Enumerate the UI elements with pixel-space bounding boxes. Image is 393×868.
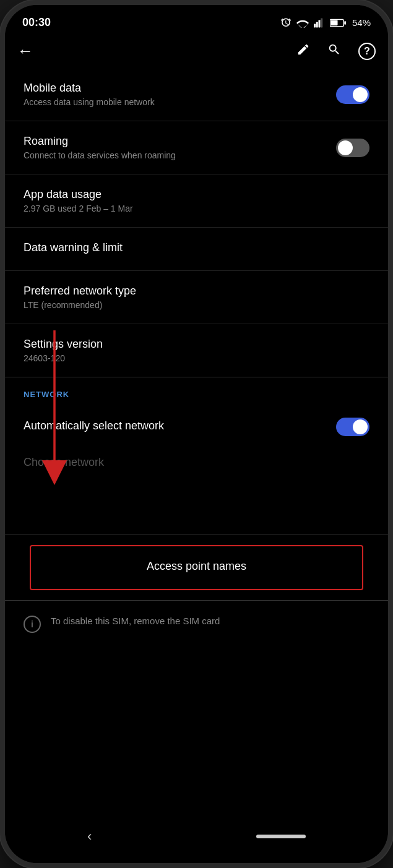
arrow-container — [5, 485, 388, 535]
nav-home-indicator[interactable] — [256, 835, 306, 838]
back-button[interactable]: ← — [17, 41, 33, 61]
app-data-usage-title: App data usage — [24, 188, 369, 201]
nav-bar: ‹ — [5, 819, 388, 863]
roaming-item[interactable]: Roaming Connect to data services when ro… — [5, 121, 388, 174]
access-point-item[interactable]: Access point names — [30, 545, 363, 590]
status-icons: 54% — [280, 17, 371, 28]
info-row: i To disable this SIM, remove the SIM ca… — [5, 601, 388, 647]
svg-rect-2 — [318, 20, 320, 27]
app-data-usage-subtitle: 2.97 GB used 2 Feb – 1 Mar — [24, 204, 369, 213]
wifi-icon — [296, 18, 309, 28]
preferred-network-subtitle: LTE (recommended) — [24, 300, 369, 310]
svg-rect-5 — [344, 21, 346, 25]
arrow-annotation — [36, 324, 85, 497]
edit-button[interactable] — [296, 43, 310, 60]
preferred-network-item[interactable]: Preferred network type LTE (recommended) — [5, 271, 388, 324]
signal-icon — [314, 18, 325, 28]
roaming-subtitle: Connect to data services when roaming — [24, 150, 176, 160]
battery-icon — [330, 18, 346, 28]
access-point-wrapper: Access point names — [5, 535, 388, 600]
mobile-data-item[interactable]: Mobile data Access data using mobile net… — [5, 68, 388, 121]
alarm-icon — [280, 17, 292, 28]
mobile-data-toggle[interactable] — [336, 85, 369, 104]
info-icon: i — [24, 616, 41, 633]
data-warning-item[interactable]: Data warning & limit — [5, 228, 388, 270]
top-bar-right: ? — [296, 43, 376, 60]
mobile-data-subtitle: Access data using mobile network — [24, 97, 155, 107]
svg-rect-3 — [321, 18, 322, 27]
settings-content: Mobile data Access data using mobile net… — [5, 68, 388, 819]
mobile-data-thumb — [353, 87, 368, 102]
svg-rect-0 — [314, 24, 316, 27]
mobile-data-title: Mobile data — [24, 82, 155, 95]
phone-frame: 00:30 — [0, 0, 393, 868]
roaming-title: Roaming — [24, 135, 176, 148]
top-bar-left: ← — [17, 41, 33, 61]
roaming-thumb — [338, 140, 353, 155]
roaming-toggle[interactable] — [336, 139, 369, 157]
mobile-data-text: Mobile data Access data using mobile net… — [24, 82, 155, 107]
access-point-title: Access point names — [43, 560, 350, 573]
phone-screen: 00:30 — [5, 5, 388, 863]
battery-percentage: 54% — [352, 17, 371, 28]
info-text: To disable this SIM, remove the SIM card — [51, 614, 220, 627]
auto-select-thumb — [353, 419, 368, 434]
status-time: 00:30 — [22, 16, 51, 29]
svg-rect-6 — [330, 20, 337, 25]
app-data-usage-item[interactable]: App data usage 2.97 GB used 2 Feb – 1 Ma… — [5, 174, 388, 227]
search-button[interactable] — [327, 43, 341, 60]
roaming-text: Roaming Connect to data services when ro… — [24, 135, 176, 160]
data-warning-title: Data warning & limit — [24, 241, 369, 254]
svg-rect-1 — [316, 22, 318, 27]
auto-select-toggle[interactable] — [336, 418, 369, 436]
preferred-network-title: Preferred network type — [24, 285, 369, 298]
help-button[interactable]: ? — [358, 43, 376, 60]
status-bar: 00:30 — [5, 5, 388, 34]
nav-back-button[interactable]: ‹ — [87, 828, 92, 844]
svg-marker-8 — [42, 460, 67, 485]
top-bar: ← ? — [5, 34, 388, 68]
